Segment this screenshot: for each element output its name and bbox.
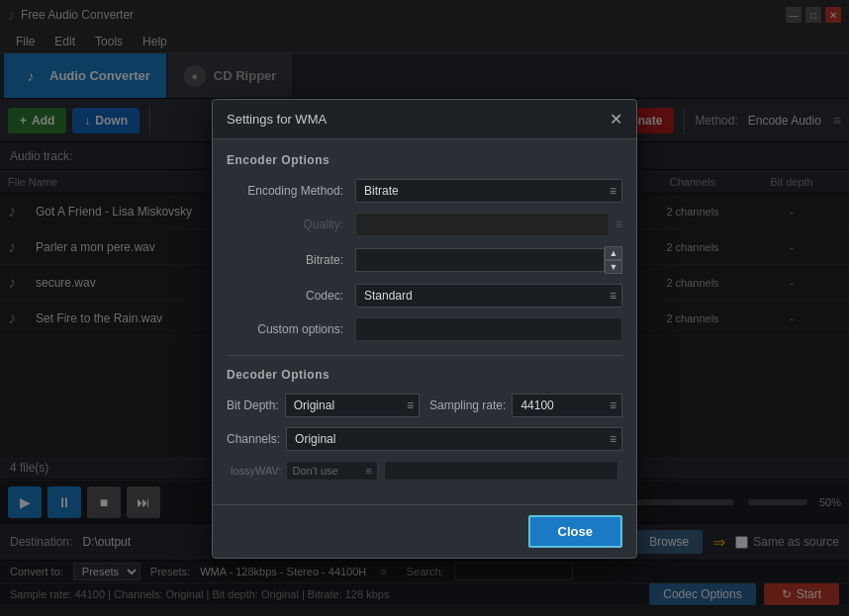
- bit-depth-select[interactable]: Original 16 bit 24 bit 32 bit: [285, 394, 420, 417]
- custom-options-row: Custom options:: [227, 317, 622, 341]
- quality-label: Quality:: [227, 218, 355, 231]
- channels-row: Channels: Original Mono Stereo: [227, 427, 622, 451]
- bitrate-input[interactable]: 128: [355, 248, 605, 272]
- channels-field: Channels: Original Mono Stereo: [227, 427, 622, 451]
- bitrate-down-button[interactable]: ▼: [605, 260, 622, 274]
- bitrate-control: 128 ▲ ▼: [355, 246, 622, 274]
- bit-depth-label: Bit Depth:: [227, 398, 279, 412]
- quality-control: 75 ≡: [355, 213, 622, 236]
- bit-depth-sampling-row: Bit Depth: Original 16 bit 24 bit 32 bit…: [227, 394, 622, 417]
- lossywav-select-wrap: Don't use: [286, 461, 378, 481]
- modal-title: Settings for WMA: [227, 112, 327, 127]
- codec-label: Codec:: [227, 289, 355, 303]
- lossywav-extra-input[interactable]: Extra encoder options for lossyWAV: [384, 461, 618, 481]
- channels-select-wrap: Original Mono Stereo: [286, 427, 622, 451]
- quality-slider-icon: ≡: [615, 218, 622, 231]
- sampling-rate-label: Sampling rate:: [429, 398, 506, 412]
- encoding-method-select-wrapper: Bitrate Quality VBR: [355, 179, 622, 203]
- modal-body: Encoder Options Encoding Method: Bitrate…: [213, 139, 636, 504]
- lossywav-field: lossyWAV: Don't use: [231, 461, 378, 481]
- modal-close-button[interactable]: ✕: [610, 110, 622, 129]
- quality-input: 75: [355, 213, 610, 236]
- encoding-method-label: Encoding Method:: [227, 184, 355, 198]
- sampling-rate-field: Sampling rate: 44100 48000 96000 Origina…: [429, 394, 622, 417]
- quality-row: Quality: 75 ≡: [227, 213, 622, 236]
- lossywav-select[interactable]: Don't use: [286, 461, 378, 481]
- channels-select[interactable]: Original Mono Stereo: [286, 427, 622, 451]
- bitrate-spinner: ▲ ▼: [605, 246, 622, 274]
- encoder-section-title: Encoder Options: [227, 153, 622, 167]
- modal-overlay: Settings for WMA ✕ Encoder Options Encod…: [0, 0, 849, 616]
- lossywav-row: lossyWAV: Don't use Extra encoder option…: [227, 461, 622, 481]
- channels-label: Channels:: [227, 432, 280, 446]
- sampling-rate-select-wrap: 44100 48000 96000 Original: [512, 394, 622, 417]
- encoding-method-select[interactable]: Bitrate Quality VBR: [355, 179, 622, 203]
- decoder-section: Decoder Options Bit Depth: Original 16 b…: [227, 355, 622, 481]
- bitrate-row: Bitrate: 128 ▲ ▼: [227, 246, 622, 274]
- codec-select-wrapper: Standard Professional Voice: [355, 284, 622, 308]
- encoding-method-row: Encoding Method: Bitrate Quality VBR: [227, 179, 622, 203]
- modal-footer: Close: [213, 504, 636, 558]
- bitrate-up-button[interactable]: ▲: [605, 246, 622, 260]
- bit-depth-field: Bit Depth: Original 16 bit 24 bit 32 bit: [227, 394, 420, 417]
- lossywav-label: lossyWAV:: [231, 465, 282, 477]
- decoder-section-title: Decoder Options: [227, 368, 622, 382]
- sampling-rate-select[interactable]: 44100 48000 96000 Original: [512, 394, 622, 417]
- codec-row: Codec: Standard Professional Voice: [227, 284, 622, 308]
- codec-select[interactable]: Standard Professional Voice: [355, 284, 622, 308]
- custom-options-input[interactable]: [355, 317, 622, 341]
- bitrate-label: Bitrate:: [227, 253, 355, 267]
- modal-header: Settings for WMA ✕: [213, 100, 636, 139]
- bit-depth-select-wrap: Original 16 bit 24 bit 32 bit: [285, 394, 420, 417]
- custom-options-label: Custom options:: [227, 322, 355, 336]
- settings-modal: Settings for WMA ✕ Encoder Options Encod…: [212, 99, 637, 559]
- modal-close-btn[interactable]: Close: [528, 515, 622, 548]
